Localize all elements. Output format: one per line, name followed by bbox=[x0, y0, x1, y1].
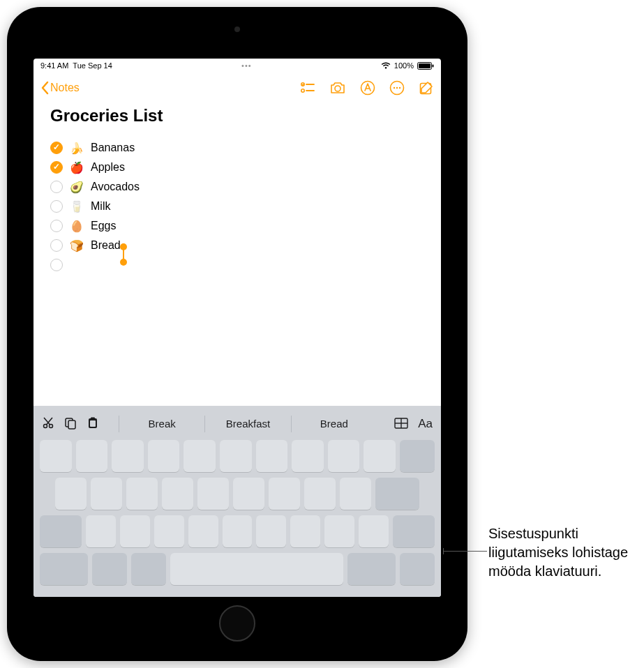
check-circle[interactable] bbox=[50, 259, 63, 271]
keyboard-keys[interactable] bbox=[38, 438, 437, 593]
mic-key[interactable] bbox=[131, 553, 166, 585]
key[interactable] bbox=[220, 440, 252, 472]
more-button[interactable] bbox=[389, 80, 405, 96]
multitask-indicator-icon[interactable]: ••• bbox=[241, 61, 252, 70]
camera-button[interactable] bbox=[329, 81, 346, 95]
suggestion-1[interactable]: Break bbox=[119, 416, 204, 432]
check-circle[interactable] bbox=[50, 181, 63, 193]
markup-button[interactable] bbox=[360, 80, 375, 96]
item-emoji: 🥑 bbox=[70, 181, 84, 194]
key[interactable] bbox=[162, 478, 193, 510]
key[interactable] bbox=[256, 440, 288, 472]
keyboard-toolbar: Break Breakfast Bread Aa bbox=[38, 410, 437, 438]
compose-button[interactable] bbox=[419, 80, 434, 96]
item-text: Avocados bbox=[91, 181, 140, 193]
key[interactable] bbox=[292, 440, 324, 472]
check-circle[interactable] bbox=[50, 142, 63, 154]
status-time: 9:41 AM bbox=[40, 61, 68, 70]
item-text: Milk bbox=[91, 200, 110, 213]
note-title: Groceries List bbox=[50, 106, 424, 126]
format-icon[interactable]: Aa bbox=[418, 417, 433, 431]
item-emoji: 🥚 bbox=[70, 220, 84, 233]
dismiss-keyboard-key[interactable] bbox=[400, 553, 435, 585]
check-item[interactable]: 🥑Avocados bbox=[50, 177, 424, 197]
key[interactable] bbox=[304, 478, 336, 510]
item-text: Apples bbox=[91, 161, 125, 174]
check-circle[interactable] bbox=[50, 200, 63, 213]
delete-key[interactable] bbox=[400, 440, 435, 472]
ipad-frame: 9:41 AM Tue Sep 14 ••• 100% bbox=[7, 7, 467, 661]
key[interactable] bbox=[148, 440, 180, 472]
key[interactable] bbox=[340, 478, 371, 510]
numbers-key[interactable] bbox=[347, 553, 396, 585]
key[interactable] bbox=[197, 478, 229, 510]
svg-rect-1 bbox=[419, 63, 430, 68]
check-circle[interactable] bbox=[50, 220, 63, 232]
checklist: 🍌Bananas🍎Apples🥑Avocados🥛Milk🥚Eggs🍞Bread bbox=[50, 138, 424, 275]
item-emoji: 🍞 bbox=[70, 239, 84, 252]
svg-rect-17 bbox=[68, 420, 75, 429]
globe-key[interactable] bbox=[92, 553, 127, 585]
item-emoji: 🍌 bbox=[70, 142, 84, 155]
note-body[interactable]: Groceries List 🍌Bananas🍎Apples🥑Avocados🥛… bbox=[33, 103, 441, 406]
key[interactable] bbox=[112, 440, 144, 472]
item-text: Bananas bbox=[91, 142, 135, 154]
shift-key[interactable] bbox=[40, 515, 82, 547]
svg-point-15 bbox=[50, 424, 53, 427]
suggestion-3[interactable]: Bread bbox=[291, 416, 377, 432]
numbers-key[interactable] bbox=[40, 553, 88, 585]
svg-point-11 bbox=[396, 87, 398, 89]
return-key[interactable] bbox=[375, 478, 419, 510]
suggestion-2[interactable]: Breakfast bbox=[204, 416, 290, 432]
key[interactable] bbox=[154, 515, 184, 547]
key[interactable] bbox=[269, 478, 300, 510]
key[interactable] bbox=[233, 478, 264, 510]
key[interactable] bbox=[120, 515, 150, 547]
svg-rect-19 bbox=[91, 417, 95, 419]
key[interactable] bbox=[256, 515, 286, 547]
shift-key[interactable] bbox=[393, 515, 435, 547]
screen: 9:41 AM Tue Sep 14 ••• 100% bbox=[33, 59, 441, 597]
key[interactable] bbox=[76, 440, 108, 472]
battery-percent: 100% bbox=[394, 61, 414, 70]
check-item[interactable]: 🥛Milk bbox=[50, 197, 424, 216]
key[interactable] bbox=[328, 440, 360, 472]
copy-icon[interactable] bbox=[64, 417, 77, 432]
paste-icon[interactable] bbox=[87, 417, 99, 432]
svg-point-14 bbox=[44, 424, 47, 427]
checklist-button[interactable] bbox=[300, 81, 315, 95]
svg-point-10 bbox=[394, 87, 395, 89]
check-circle[interactable] bbox=[50, 239, 63, 252]
key[interactable] bbox=[55, 478, 87, 510]
check-item[interactable]: 🥚Eggs bbox=[50, 216, 424, 236]
keyboard[interactable]: Break Breakfast Bread Aa bbox=[33, 406, 441, 597]
key[interactable] bbox=[290, 515, 320, 547]
key[interactable] bbox=[359, 515, 389, 547]
key[interactable] bbox=[188, 515, 218, 547]
camera-icon bbox=[234, 26, 240, 32]
check-item[interactable]: 🍌Bananas bbox=[50, 138, 424, 158]
key[interactable] bbox=[86, 515, 116, 547]
key[interactable] bbox=[91, 478, 122, 510]
check-item[interactable]: 🍎Apples bbox=[50, 158, 424, 177]
back-button[interactable]: Notes bbox=[40, 81, 80, 95]
navbar: Notes bbox=[33, 73, 441, 103]
key[interactable] bbox=[40, 440, 72, 472]
table-icon[interactable] bbox=[394, 418, 408, 431]
check-circle[interactable] bbox=[50, 161, 63, 174]
cut-icon[interactable] bbox=[42, 417, 54, 432]
key[interactable] bbox=[364, 440, 396, 472]
item-emoji: 🍎 bbox=[70, 161, 84, 174]
key[interactable] bbox=[223, 515, 253, 547]
check-item[interactable]: 🍞Bread bbox=[50, 236, 424, 255]
key[interactable] bbox=[184, 440, 216, 472]
check-item[interactable] bbox=[50, 255, 424, 275]
status-date: Tue Sep 14 bbox=[73, 61, 112, 70]
space-key[interactable] bbox=[170, 553, 343, 585]
key[interactable] bbox=[126, 478, 158, 510]
home-button[interactable] bbox=[219, 605, 255, 642]
callout-leader-line bbox=[444, 551, 487, 552]
key[interactable] bbox=[324, 515, 354, 547]
status-bar: 9:41 AM Tue Sep 14 ••• 100% bbox=[33, 59, 441, 73]
callout-text: Sisestuspunkti liigutamiseks lohistage m… bbox=[488, 524, 635, 581]
